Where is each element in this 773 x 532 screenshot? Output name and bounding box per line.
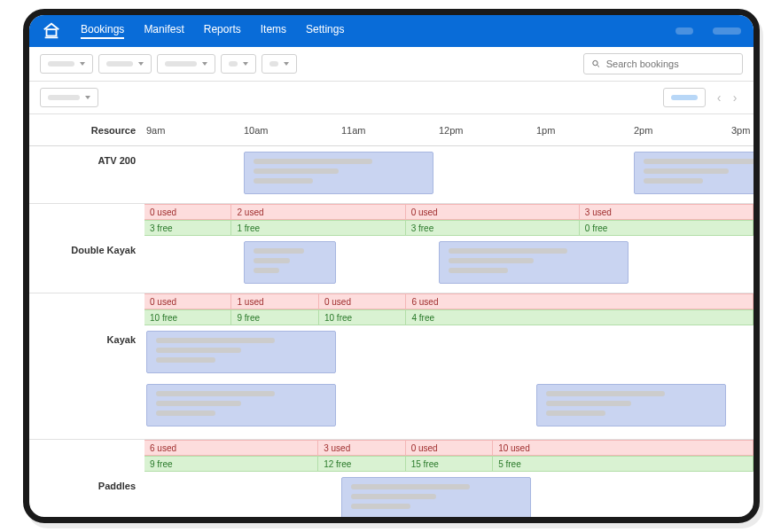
used-cell: 6 used [144,440,318,456]
status-row-used: 6 used3 used0 used10 used [29,440,753,456]
prev-button[interactable]: ‹ [711,88,727,107]
free-cell: 1 free [231,220,405,236]
date-button[interactable] [663,88,706,107]
status-row-free: 10 free9 free10 free4 free [29,309,753,325]
used-cell: 3 used [580,204,753,220]
filter-dropdown[interactable] [221,54,256,74]
chevron-down-icon [243,62,248,66]
svg-rect-0 [47,29,57,35]
resource-name: Double Kayak [29,236,144,293]
filter-bar [29,47,753,82]
filter-dropdown[interactable] [40,54,93,74]
nav-settings[interactable]: Settings [306,23,344,39]
time-header: 12pm [437,114,535,145]
schedule-grid: Resource 9am10am11am12pm1pm2pm3pm ATV 20… [29,114,753,517]
chevron-down-icon [85,96,90,99]
booking-event[interactable] [439,241,629,284]
resource-row: Paddles [29,472,753,517]
used-cell: 2 used [231,204,405,220]
svg-point-1 [593,60,597,65]
status-row-used: 0 used2 used0 used3 used [29,204,753,220]
time-header: 2pm [632,114,730,145]
free-cell: 3 free [144,220,231,236]
free-cell: 15 free [406,456,493,472]
resource-header: Resource [29,114,144,145]
nav-manifest[interactable]: Manifest [144,23,183,39]
resource-name: ATV 200 [29,146,144,203]
date-bar: ‹ › [29,82,753,114]
free-cell: 4 free [406,309,753,325]
time-header: 3pm [730,114,753,145]
next-button[interactable]: › [727,88,743,107]
free-cell: 3 free [406,220,580,236]
view-dropdown[interactable] [40,88,98,107]
logo-icon [42,21,61,41]
filter-dropdown[interactable] [157,54,215,74]
free-cell: 9 free [231,309,318,325]
booking-event[interactable] [146,331,336,373]
used-cell: 0 used [406,204,580,220]
resource-name: Paddles [29,472,144,517]
filter-dropdown[interactable] [262,54,297,74]
used-cell: 0 used [144,204,231,220]
resource-name: Kayak [29,325,144,439]
used-cell: 10 used [493,440,753,456]
free-cell: 10 free [144,309,231,325]
chevron-down-icon [202,62,207,66]
chevron-down-icon [138,62,144,66]
free-cell: 10 free [319,309,406,325]
nav-bookings[interactable]: Bookings [81,23,124,39]
nav-items[interactable]: Items [261,23,286,39]
status-row-free: 3 free1 free3 free0 free [29,220,753,236]
used-cell: 1 used [231,293,318,309]
time-header: 11am [340,114,437,145]
free-cell: 0 free [580,220,753,236]
used-cell: 0 used [319,293,406,309]
resource-row: Kayak [29,325,753,440]
free-cell: 9 free [144,456,318,472]
booking-event[interactable] [146,384,336,426]
used-cell: 6 used [406,293,753,309]
search-input[interactable] [606,59,735,69]
nav-reports[interactable]: Reports [204,23,241,39]
status-row-used: 0 used1 used0 used6 used [29,293,753,309]
chevron-down-icon [284,62,289,66]
search-field[interactable] [583,53,743,74]
booking-event[interactable] [244,152,433,194]
resource-row: ATV 200 [29,146,753,204]
chevron-down-icon [80,62,85,66]
free-cell: 12 free [318,456,405,472]
top-nav: BookingsManifestReportsItemsSettings [29,15,753,47]
used-cell: 3 used [318,440,405,456]
time-header: 1pm [535,114,632,145]
nav-placeholder-pill [713,27,741,35]
booking-event[interactable] [634,152,753,194]
search-icon [591,59,601,69]
time-header: 10am [242,114,340,145]
used-cell: 0 used [144,293,231,309]
time-header: 9am [144,114,242,145]
used-cell: 0 used [406,440,493,456]
status-row-free: 9 free12 free15 free5 free [29,456,753,472]
free-cell: 5 free [493,456,753,472]
nav-placeholder-pill [675,27,693,35]
booking-event[interactable] [536,384,726,426]
filter-dropdown[interactable] [98,54,152,74]
booking-event[interactable] [244,241,336,284]
booking-event[interactable] [341,477,531,517]
resource-row: Double Kayak [29,236,753,293]
